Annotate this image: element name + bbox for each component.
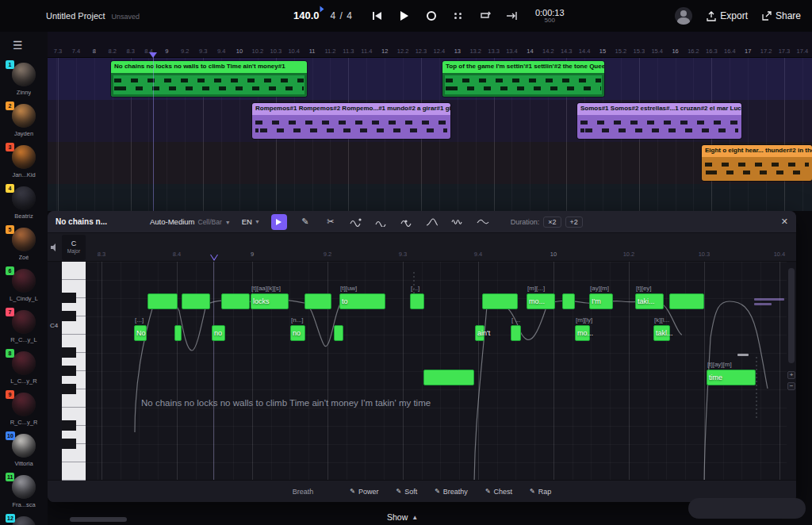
sidebar-track-item[interactable]: 1Zinny <box>0 60 48 102</box>
piano-key-black[interactable] <box>62 293 76 303</box>
breath-label[interactable]: Breath <box>293 488 314 496</box>
share-button[interactable]: Share <box>762 10 801 21</box>
vibrato-tool-icon[interactable] <box>450 215 465 229</box>
timeline-clip[interactable]: Top of the game I'm settin'#1 settlin'#2… <box>442 61 604 97</box>
midi-note[interactable]: takl...[k][l... <box>653 325 670 341</box>
midi-note[interactable]: to[t][uw] <box>339 293 385 309</box>
midi-note[interactable]: no[n...] <box>290 325 305 341</box>
midi-note[interactable] <box>147 293 178 309</box>
midi-note[interactable] <box>304 293 331 309</box>
duration-x2-button[interactable]: ×2 <box>543 217 561 228</box>
sidebar-track-item[interactable]: 8L_C...y_R <box>0 349 48 390</box>
midi-note[interactable]: no <box>212 325 225 341</box>
tempo-value[interactable]: 140.0 <box>293 10 320 21</box>
piano-key-black[interactable] <box>62 347 76 358</box>
sidebar-track-item[interactable]: 7R_C...y_L <box>0 308 48 349</box>
smooth-tool-icon[interactable] <box>476 215 490 229</box>
piano-key-black[interactable] <box>62 384 76 394</box>
scissors-tool-icon[interactable]: ✂ <box>324 215 338 229</box>
piano-key-black[interactable] <box>62 439 76 449</box>
piano-key-black[interactable] <box>62 420 76 431</box>
midi-note[interactable] <box>482 293 518 309</box>
project-title[interactable]: Untitled Project <box>46 11 105 21</box>
track-row-2[interactable]: Eight o eight hear... thunder#2 in the <box>48 142 812 184</box>
editor-play-button[interactable] <box>271 214 287 230</box>
midi-note[interactable] <box>423 370 474 385</box>
play-button[interactable] <box>397 9 412 23</box>
track-row-3[interactable] <box>48 184 812 211</box>
timeline-clip[interactable]: Somos#1 Somos#2 estrellas#...1 cruzan#2 … <box>577 103 741 139</box>
piano-key-black[interactable] <box>62 366 76 376</box>
zoom-out-button[interactable]: − <box>787 382 795 390</box>
timeline-clip[interactable]: Rompemos#1 Rompemos#2 Rompemo...#1 mundo… <box>252 103 450 139</box>
midi-note[interactable]: taki...[t][ey] <box>635 293 664 309</box>
sidebar-track-item[interactable]: 11Fra...sca <box>0 473 48 514</box>
zoom-in-button[interactable]: + <box>787 371 795 379</box>
sidebar-track-item[interactable]: 6L_Cindy_L <box>0 266 48 308</box>
piano-key-white[interactable] <box>62 462 86 481</box>
sidebar-track-item[interactable]: 9R_C...y_R <box>0 390 48 431</box>
midi-note[interactable] <box>182 293 210 309</box>
track-row-1[interactable]: Rompemos#1 Rompemos#2 Rompemo...#1 mundo… <box>48 100 812 142</box>
pitch-draw-tool-icon[interactable] <box>349 215 363 229</box>
midi-note[interactable]: No[...] <box>134 325 147 341</box>
sidebar-track-item[interactable]: 3Jan...Kid <box>0 143 48 184</box>
metronome-grid-icon[interactable] <box>451 9 465 23</box>
sidebar-track-item[interactable]: 10Vittoria <box>0 431 48 473</box>
export-button[interactable]: Export <box>707 10 748 21</box>
midi-note[interactable] <box>221 293 250 309</box>
expression-toggle[interactable]: ✎Chest <box>485 488 512 496</box>
sidebar-track-item[interactable]: 2Jayden <box>0 102 48 143</box>
pitch-mode-select[interactable]: Auto-Medium Cell/Bar ▼ <box>150 217 231 226</box>
pencil-tool-icon[interactable]: ✎ <box>298 215 312 229</box>
expression-toggle[interactable]: ✎Rap <box>530 488 551 496</box>
midi-note[interactable]: [...] <box>410 293 424 309</box>
expression-toggle[interactable]: ✎Power <box>350 488 378 496</box>
vertical-scrollbar[interactable] <box>788 268 795 363</box>
timeline-playhead[interactable] <box>153 52 154 211</box>
editor-playhead-triangle-icon[interactable] <box>210 255 218 261</box>
timeline-clip[interactable]: Eight o eight hear... thunder#2 in the <box>702 145 812 181</box>
loop-button[interactable] <box>478 9 492 23</box>
horizontal-scrollbar[interactable] <box>70 517 127 522</box>
preview-speaker-icon[interactable] <box>50 241 59 255</box>
midi-note[interactable] <box>334 325 343 341</box>
skip-to-start-button[interactable] <box>370 9 385 23</box>
editor-ruler[interactable]: 8.38.499.29.39.41010.210.310.4 <box>86 233 787 261</box>
piano-key-black[interactable] <box>62 311 76 321</box>
track-row-0[interactable]: No chains no locks no walls to climb Tim… <box>48 58 812 100</box>
midi-note[interactable] <box>562 293 575 309</box>
editor-playhead[interactable] <box>213 262 214 480</box>
duration-plus2-button[interactable]: +2 <box>565 217 583 228</box>
midi-note[interactable]: mo...[m][...] <box>527 293 555 309</box>
midi-note[interactable]: mo...[m][ly] <box>575 325 590 341</box>
pitch-line-tool-icon[interactable] <box>374 215 389 229</box>
time-signature[interactable]: 4 / 4 <box>331 10 353 21</box>
midi-note[interactable]: [ ... <box>511 325 521 341</box>
sidebar-track-item[interactable]: 12 <box>0 514 48 525</box>
account-avatar[interactable] <box>675 7 692 25</box>
midi-note[interactable]: I'm[ay][m] <box>589 293 613 309</box>
midi-note[interactable] <box>174 325 182 341</box>
show-panel-button[interactable]: Show▲ <box>387 512 418 522</box>
close-editor-button[interactable]: ✕ <box>781 217 788 227</box>
editor-clip-name[interactable]: No chains n... <box>56 217 139 226</box>
expression-toggle[interactable]: ✎Breathy <box>435 488 468 496</box>
sidebar-track-item[interactable]: 4Beatriz <box>0 184 48 225</box>
timeline-ruler[interactable]: 7.37.488.28.38.499.29.39.41010.210.310.4… <box>48 32 812 58</box>
midi-note[interactable]: locks[t][aa][k][s] <box>251 293 289 309</box>
midi-note[interactable]: ain't <box>475 325 485 341</box>
timeline-clip[interactable]: No chains no locks no walls to climb Tim… <box>111 61 307 97</box>
pitch-anchor-tool-icon[interactable] <box>400 215 414 229</box>
key-signature-button[interactable]: C Major <box>62 235 86 260</box>
record-button[interactable] <box>424 9 439 23</box>
dynamics-tool-icon[interactable] <box>425 215 439 229</box>
language-select[interactable]: EN ▼ <box>242 217 260 226</box>
midi-note[interactable]: time[t][ay][m] <box>707 370 756 385</box>
menu-button[interactable]: ☰ <box>0 32 48 59</box>
note-roll[interactable]: No chains no locks no walls to climb Tim… <box>86 262 787 480</box>
piano-key-white[interactable] <box>62 262 86 280</box>
sidebar-track-item[interactable]: 5Zoé <box>0 225 48 266</box>
midi-note[interactable] <box>669 293 704 309</box>
punch-in-button[interactable] <box>505 9 519 23</box>
